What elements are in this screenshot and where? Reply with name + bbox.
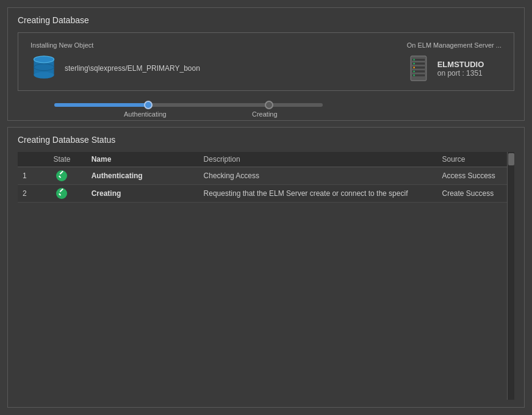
database-icon	[31, 55, 57, 82]
install-left: Installing New Object	[31, 42, 200, 82]
cell-source: Create Success	[437, 185, 515, 203]
cell-state	[37, 185, 86, 203]
install-left-label: Installing New Object	[31, 42, 200, 49]
progress-dot-auth	[144, 101, 153, 109]
label-creating: Creating	[252, 110, 278, 118]
install-box: Installing New Object	[18, 32, 514, 91]
cell-state	[37, 167, 86, 185]
scrollbar[interactable]	[507, 152, 514, 400]
table-container: State Name Description Source 1Authentic…	[18, 152, 514, 400]
top-panel-title: Creating Database	[18, 15, 514, 25]
col-header-source: Source	[437, 152, 515, 167]
svg-point-14	[413, 63, 415, 65]
cell-description: Requesting that the ELM Server create or…	[199, 185, 437, 203]
install-right-content: ELMSTUDIO on port : 1351	[407, 55, 501, 82]
cell-name: Authenticating	[87, 167, 199, 185]
server-info: ELMSTUDIO on port : 1351	[437, 60, 484, 78]
install-right-label: On ELM Management Server ...	[407, 42, 501, 49]
status-table: State Name Description Source 1Authentic…	[18, 152, 514, 203]
progress-fill	[54, 103, 148, 107]
table-row: 1AuthenticatingChecking AccessAccess Suc…	[18, 167, 514, 185]
cell-num: 1	[18, 167, 37, 185]
cell-num: 2	[18, 185, 37, 203]
install-left-content: sterling\sqlexpress/ELM_PRIMARY_boon	[31, 55, 200, 82]
top-panel: Creating Database Installing New Object	[7, 7, 525, 121]
svg-point-5	[34, 72, 54, 79]
server-icon	[407, 55, 430, 82]
svg-point-13	[413, 59, 415, 60]
cell-source: Access Success	[437, 167, 515, 185]
bottom-panel: Creating Database Status State Name Desc…	[7, 127, 525, 408]
table-row: 2CreatingRequesting that the ELM Server …	[18, 185, 514, 203]
db-path: sterling\sqlexpress/ELM_PRIMARY_boon	[65, 64, 200, 73]
progress-area: Authenticating Creating	[18, 103, 514, 110]
scroll-thumb[interactable]	[508, 153, 514, 165]
main-container: Creating Database Installing New Object	[0, 0, 532, 415]
col-header-num	[18, 152, 37, 167]
col-header-description: Description	[199, 152, 437, 167]
col-header-state: State	[37, 152, 86, 167]
install-right: On ELM Management Server ...	[407, 42, 501, 82]
label-authenticating: Authenticating	[124, 110, 167, 118]
progress-track	[54, 103, 323, 107]
cell-name: Creating	[87, 185, 199, 203]
svg-point-17	[413, 74, 415, 76]
server-port: on port : 1351	[437, 69, 484, 78]
table-header-row: State Name Description Source	[18, 152, 514, 167]
progress-dot-creating	[265, 101, 273, 109]
col-header-name: Name	[87, 152, 199, 167]
bottom-panel-title: Creating Database Status	[18, 135, 514, 145]
svg-point-16	[413, 71, 415, 73]
success-icon	[56, 170, 67, 181]
svg-point-15	[413, 67, 415, 68]
success-icon	[56, 188, 67, 199]
server-name: ELMSTUDIO	[437, 60, 484, 69]
cell-description: Checking Access	[199, 167, 437, 185]
